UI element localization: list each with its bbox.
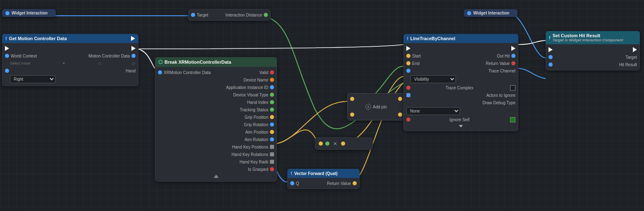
get-motion-controller-node: f Get Motion Controller Data World Conte…	[2, 34, 138, 86]
hand-key-radii-pin	[270, 160, 274, 164]
out-hit-pin	[511, 54, 515, 58]
line-trace-expand[interactable]	[459, 125, 463, 127]
multiply-input-1	[319, 141, 323, 146]
end-label: End	[412, 61, 420, 66]
xr-input-pin	[158, 70, 162, 74]
widget-interaction-node-1[interactable]: Widget Interaction	[2, 9, 56, 17]
tracking-status-label: Tracking Status	[240, 108, 268, 112]
add-pin-button[interactable]: +	[365, 104, 371, 110]
grip-rotation-label: Grip Rotation	[244, 122, 268, 127]
set-custom-hit-subtitle: Target is Widget Interaction Component	[553, 38, 623, 42]
hand-dropdown[interactable]: Right	[10, 75, 55, 83]
app-instance-id-label: Application Instance ID	[226, 85, 268, 90]
start-label: Start	[412, 54, 421, 58]
add-pin-node: + Add pin	[347, 93, 405, 120]
target-input-pin	[191, 13, 195, 17]
ignore-self-checkbox[interactable]	[510, 117, 515, 122]
set-custom-hit-node: f Set Custom Hit Result Target is Widget…	[546, 31, 640, 70]
aim-rotation-label: Aim Rotation	[245, 137, 268, 142]
grip-position-label: Grip Position	[245, 115, 268, 120]
hand-key-rotations-label: Hand Key Rotations	[231, 152, 268, 157]
trace-channel-pin	[406, 69, 410, 73]
line-trace-node: f LineTraceByChannel Start Out Hit End R…	[403, 34, 518, 131]
multiply-node: ×	[315, 137, 373, 150]
world-context-pin	[5, 54, 9, 58]
widget-interaction-pin-1	[5, 11, 10, 15]
tracking-status-pin	[270, 108, 274, 112]
line-trace-title: LineTraceByChannel	[410, 36, 456, 41]
ignore-self-label: Ignore Self	[449, 117, 469, 122]
hand-key-positions-label: Hand Key Positions	[232, 145, 268, 149]
q-label: Q	[296, 181, 299, 186]
widget-interaction-pin-2	[467, 11, 471, 15]
world-context-label: World Context	[11, 54, 37, 58]
device-name-pin	[270, 78, 274, 82]
app-instance-id-pin	[270, 85, 274, 89]
vector-forward-title: Vector Forward (Quat)	[294, 171, 338, 176]
trace-complex-label: Trace Complex	[446, 86, 473, 90]
set-custom-hit-title: Set Custom Hit Result	[553, 33, 623, 38]
multiply-symbol: ×	[334, 140, 337, 147]
aim-position-pin	[270, 130, 274, 134]
out-hit-label: Out Hit	[497, 54, 510, 58]
hand-index-pin	[270, 100, 274, 104]
widget-interaction-node-2[interactable]: Widget Interaction	[464, 9, 518, 17]
motion-controller-data-label: Motion Controller Data	[88, 54, 130, 58]
select-asset-label: Select Asset	[10, 61, 31, 65]
grip-position-pin	[270, 115, 274, 119]
xr-input-label: XRMotion Controller Data	[164, 70, 211, 75]
hand-label: Hand	[126, 69, 136, 73]
hand-pin	[5, 69, 9, 73]
valid-label: Valid	[260, 70, 269, 75]
grip-rotation-pin	[270, 122, 274, 127]
is-grasped-label: Is Grasped	[248, 167, 268, 172]
device-visual-type-pin	[270, 93, 274, 97]
break-xr-title: Break XRMotionControllerData	[165, 60, 231, 65]
start-pin	[406, 54, 410, 58]
add-pin-input-1	[350, 97, 354, 101]
widget-interaction-label-2: Widget Interaction	[473, 11, 509, 15]
add-pin-label: Add pin	[373, 105, 387, 109]
device-visual-type-label: Device Visual Type	[233, 93, 268, 97]
add-pin-output-1	[398, 97, 402, 101]
hand-index-label: Hand Index	[247, 100, 268, 105]
valid-pin	[270, 70, 274, 74]
vector-forward-node: f Vector Forward (Quat) Q Return Value	[287, 169, 360, 189]
set-hit-target-label: Target	[625, 55, 637, 60]
motion-controller-data-pin	[131, 54, 136, 58]
collapse-arrow[interactable]	[214, 175, 219, 178]
lt-return-pin	[511, 61, 515, 65]
multiply-output	[341, 141, 345, 146]
ignore-self-pin	[406, 117, 410, 122]
hand-key-rotations-pin	[270, 152, 274, 156]
break-xr-node: ⬡ Break XRMotionControllerData XRMotion …	[155, 57, 277, 182]
add-pin-input-2	[350, 113, 354, 117]
hand-key-radii-label: Hand Key Radii	[240, 160, 268, 164]
hit-result-pin	[549, 62, 553, 67]
interaction-distance-label: Interaction Distance	[226, 13, 262, 17]
widget-interaction-label-1: Widget Interaction	[12, 11, 48, 15]
hand-key-positions-pin	[270, 145, 274, 149]
set-hit-target-pin	[549, 55, 553, 59]
q-pin	[290, 181, 294, 185]
draw-debug-dropdown[interactable]: None	[406, 107, 460, 115]
is-grasped-pin	[270, 167, 274, 171]
trace-channel-dropdown[interactable]: Visibility	[410, 75, 456, 83]
trace-channel-label: Trace Channel	[489, 69, 515, 73]
vector-return-label: Return Value	[327, 181, 351, 186]
target-label: Target	[197, 13, 208, 17]
aim-rotation-pin	[270, 137, 274, 141]
aim-position-label: Aim Position	[245, 130, 268, 134]
interaction-distance-pin	[264, 13, 268, 17]
actors-ignore-label: Actors to Ignore	[486, 93, 515, 98]
target-node: Target Interaction Distance	[188, 9, 271, 21]
trace-complex-checkbox[interactable]	[510, 85, 515, 91]
lt-return-label: Return Value	[486, 61, 510, 66]
add-pin-output-2	[398, 113, 402, 117]
draw-debug-label: Draw Debug Type	[482, 101, 515, 105]
hit-result-label: Hit Result	[619, 62, 637, 67]
end-pin	[406, 61, 410, 65]
multiply-input-2	[325, 141, 329, 146]
trace-complex-pin	[406, 86, 410, 90]
device-name-label: Device Name	[243, 78, 268, 82]
